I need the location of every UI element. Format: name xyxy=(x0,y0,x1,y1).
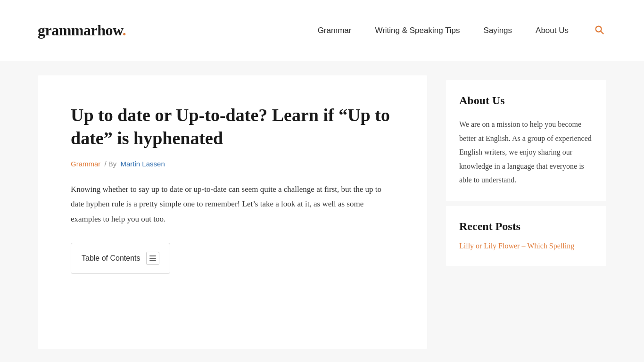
svg-line-1 xyxy=(601,31,603,34)
logo-dot: . xyxy=(123,22,126,39)
table-of-contents-box: Table of Contents xyxy=(71,243,170,274)
sidebar-about-text: We are on a mission to help you become b… xyxy=(459,117,593,187)
nav-writing-speaking[interactable]: Writing & Speaking Tips xyxy=(375,26,460,35)
main-nav: Grammar Writing & Speaking Tips Sayings … xyxy=(318,23,606,38)
search-button[interactable] xyxy=(592,23,606,38)
toc-label: Table of Contents xyxy=(82,254,140,263)
sidebar-recent-posts-title: Recent Posts xyxy=(459,220,593,233)
toc-icon xyxy=(148,254,158,263)
svg-point-0 xyxy=(596,26,602,32)
sidebar: About Us We are on a mission to help you… xyxy=(446,75,606,349)
nav-sayings[interactable]: Sayings xyxy=(484,26,512,35)
sidebar-recent-posts-section: Recent Posts Lilly or Lily Flower – Whic… xyxy=(446,206,606,266)
sidebar-about-title: About Us xyxy=(459,94,593,107)
recent-post-item[interactable]: Lilly or Lily Flower – Which Spelling xyxy=(459,242,574,250)
article-category[interactable]: Grammar xyxy=(71,160,100,168)
site-logo[interactable]: grammarhow. xyxy=(38,22,126,39)
page-wrapper: Up to date or Up-to-date? Learn if “Up t… xyxy=(0,61,644,362)
search-icon xyxy=(594,25,604,35)
meta-separator: / By xyxy=(105,160,117,168)
nav-grammar[interactable]: Grammar xyxy=(318,26,352,35)
article-meta: Grammar / By Martin Lassen xyxy=(71,160,394,168)
article-title: Up to date or Up-to-date? Learn if “Up t… xyxy=(71,104,394,150)
article-container: Up to date or Up-to-date? Learn if “Up t… xyxy=(38,75,427,349)
article-author[interactable]: Martin Lassen xyxy=(121,160,165,168)
logo-text: grammarhow xyxy=(38,22,123,39)
sidebar-about-section: About Us We are on a mission to help you… xyxy=(446,80,606,201)
site-header: grammarhow. Grammar Writing & Speaking T… xyxy=(0,0,644,61)
nav-about[interactable]: About Us xyxy=(536,26,569,35)
article-intro: Knowing whether to say up to date or up-… xyxy=(71,182,394,226)
toc-toggle-button[interactable] xyxy=(146,252,159,265)
